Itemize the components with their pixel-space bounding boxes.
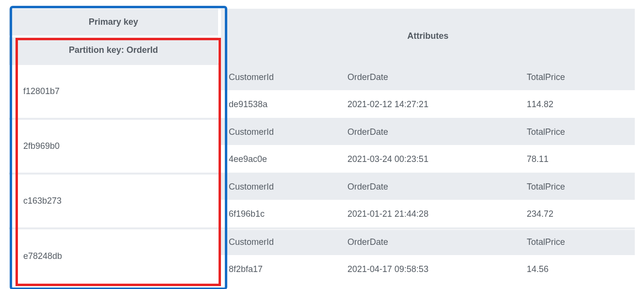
- attr-label-customerid: CustomerId: [221, 65, 340, 91]
- attr-value-customerid: de91538a: [221, 91, 340, 118]
- table-row: e78248dbCustomerIdOrderDateTotalPrice8f2…: [9, 228, 635, 283]
- header-partition-key: Partition key: OrderId: [9, 36, 218, 64]
- attr-value-totalprice: 234.72: [519, 200, 635, 227]
- partition-key-value: e78248db: [9, 228, 218, 283]
- attr-value-totalprice: 78.11: [519, 145, 635, 173]
- attr-label-customerid: CustomerId: [221, 175, 340, 200]
- attr-value-orderdate: 2021-04-17 09:58:53: [340, 256, 519, 283]
- attributes-cell: CustomerIdOrderDateTotalPrice4ee9ac0e202…: [221, 119, 635, 174]
- partition-key-value: f12801b7: [9, 64, 218, 119]
- attributes-cell: CustomerIdOrderDateTotalPrice8f2bfa17202…: [221, 228, 635, 283]
- header-primary-key: Primary key: [9, 9, 218, 36]
- partition-key-value: 2fb969b0: [9, 119, 218, 174]
- attr-label-orderdate: OrderDate: [340, 65, 519, 91]
- table-row: 2fb969b0CustomerIdOrderDateTotalPrice4ee…: [9, 119, 635, 174]
- partition-key-value: c163b273: [9, 174, 218, 228]
- attr-value-customerid: 6f196b1c: [221, 200, 340, 227]
- attr-label-orderdate: OrderDate: [340, 230, 519, 256]
- attr-label-totalprice: TotalPrice: [519, 120, 635, 145]
- attr-label-customerid: CustomerId: [221, 230, 340, 256]
- attributes-cell: CustomerIdOrderDateTotalPricede91538a202…: [221, 64, 635, 119]
- attr-label-totalprice: TotalPrice: [519, 65, 635, 91]
- attr-label-totalprice: TotalPrice: [519, 230, 635, 256]
- table-row: f12801b7CustomerIdOrderDateTotalPricede9…: [9, 64, 635, 119]
- attr-label-orderdate: OrderDate: [340, 175, 519, 200]
- attr-label-totalprice: TotalPrice: [519, 175, 635, 200]
- dynamodb-table-diagram: Primary key Attributes Partition key: Or…: [9, 9, 635, 283]
- attr-label-orderdate: OrderDate: [340, 120, 519, 145]
- attr-value-customerid: 4ee9ac0e: [221, 145, 340, 173]
- header-attributes: Attributes: [221, 9, 635, 64]
- attributes-cell: CustomerIdOrderDateTotalPrice6f196b1c202…: [221, 174, 635, 228]
- table-row: c163b273CustomerIdOrderDateTotalPrice6f1…: [9, 174, 635, 228]
- attr-value-customerid: 8f2bfa17: [221, 256, 340, 283]
- attr-value-orderdate: 2021-03-24 00:23:51: [340, 145, 519, 173]
- attr-label-customerid: CustomerId: [221, 120, 340, 145]
- attr-value-orderdate: 2021-02-12 14:27:21: [340, 91, 519, 118]
- attr-value-totalprice: 14.56: [519, 256, 635, 283]
- attr-value-totalprice: 114.82: [519, 91, 635, 118]
- items-table: Primary key Attributes Partition key: Or…: [9, 9, 635, 283]
- attr-value-orderdate: 2021-01-21 21:44:28: [340, 200, 519, 227]
